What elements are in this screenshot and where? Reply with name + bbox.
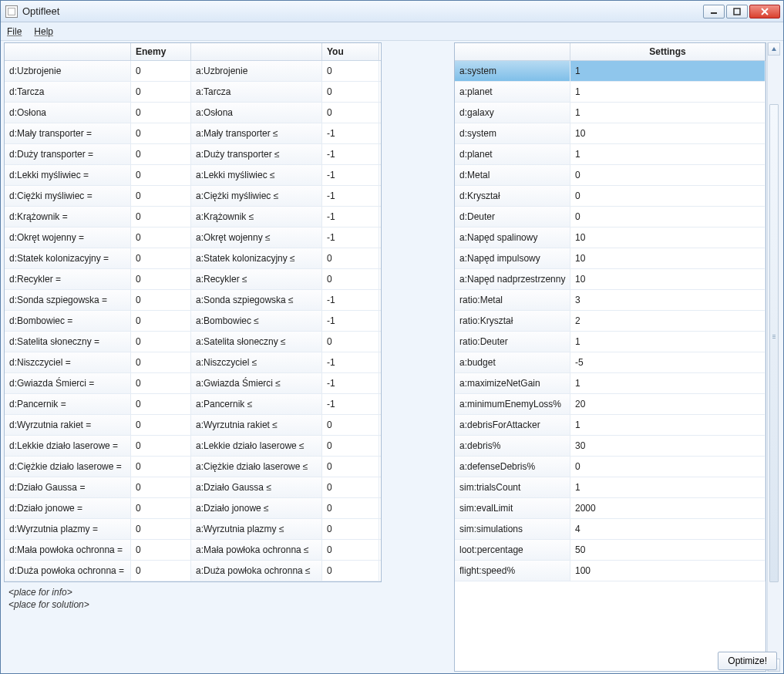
enemy-name-cell[interactable]: d:Mała powłoka ochronna = (5, 540, 131, 560)
you-name-cell[interactable]: a:Wyrzutnia rakiet ≤ (191, 415, 322, 435)
you-value-cell[interactable]: -1 (322, 144, 379, 164)
enemy-name-cell[interactable]: d:Mały transporter = (5, 123, 131, 143)
you-name-cell[interactable]: a:Mały transporter ≤ (191, 123, 322, 143)
settings-value-cell[interactable]: 1 (570, 103, 765, 123)
enemy-name-cell[interactable]: d:Tarcza (5, 82, 131, 102)
you-value-cell[interactable]: -1 (322, 394, 379, 414)
you-name-cell[interactable]: a:Wyrzutnia plazmy ≤ (191, 519, 322, 539)
table-row[interactable]: ratio:Metal3 (455, 290, 765, 311)
settings-key-cell[interactable]: ratio:Deuter (455, 332, 570, 352)
enemy-name-cell[interactable]: d:Lekkie działo laserowe = (5, 436, 131, 456)
you-name-cell[interactable]: a:Pancernik ≤ (191, 394, 322, 414)
enemy-value-cell[interactable]: 0 (131, 61, 191, 81)
table-row[interactable]: d:galaxy1 (455, 103, 765, 123)
col-enemy-name[interactable] (5, 43, 131, 60)
titlebar[interactable]: Optifleet (1, 1, 783, 22)
settings-value-cell[interactable]: 0 (570, 165, 765, 185)
you-name-cell[interactable]: a:Ciężkie działo laserowe ≤ (191, 457, 322, 477)
maximize-button[interactable] (726, 5, 748, 19)
you-name-cell[interactable]: a:Gwiazda Śmierci ≤ (191, 373, 322, 393)
settings-key-cell[interactable]: a:system (455, 61, 570, 81)
table-row[interactable]: d:Wyrzutnia rakiet =0a:Wyrzutnia rakiet … (5, 415, 381, 436)
enemy-value-cell[interactable]: 0 (131, 477, 191, 497)
close-button[interactable] (749, 5, 780, 19)
table-row[interactable]: d:Sonda szpiegowska =0a:Sonda szpiegowsk… (5, 290, 381, 311)
settings-value-cell[interactable]: 1 (570, 61, 765, 81)
table-row[interactable]: ratio:Deuter1 (455, 332, 765, 352)
table-row[interactable]: sim:simulations4 (455, 519, 765, 540)
you-value-cell[interactable]: 0 (322, 61, 379, 81)
settings-key-cell[interactable]: a:Napęd spalinowy (455, 227, 570, 248)
settings-value-cell[interactable]: 100 (570, 561, 765, 581)
settings-key-cell[interactable]: a:defenseDebris% (455, 457, 570, 477)
enemy-value-cell[interactable]: 0 (131, 103, 191, 123)
enemy-value-cell[interactable]: 0 (131, 269, 191, 289)
scroll-up-icon[interactable] (768, 42, 780, 56)
table-row[interactable]: d:Duży transporter =0a:Duży transporter … (5, 144, 381, 165)
settings-value-cell[interactable]: -5 (570, 352, 765, 372)
table-row[interactable]: d:Działo Gaussa =0a:Działo Gaussa ≤0 (5, 477, 381, 498)
table-row[interactable]: d:Działo jonowe =0a:Działo jonowe ≤0 (5, 498, 381, 519)
you-value-cell[interactable]: -1 (322, 186, 379, 206)
settings-value-cell[interactable]: 0 (570, 457, 765, 477)
optimize-button[interactable]: Optimize! (718, 652, 777, 670)
table-row[interactable]: a:Napęd spalinowy10 (455, 227, 765, 248)
you-name-cell[interactable]: a:Recykler ≤ (191, 269, 322, 289)
table-row[interactable]: a:minimumEnemyLoss%20 (455, 394, 765, 415)
enemy-name-cell[interactable]: d:Uzbrojenie (5, 61, 131, 81)
table-row[interactable]: d:Duża powłoka ochronna =0a:Duża powłoka… (5, 561, 381, 581)
table-row[interactable]: d:Okręt wojenny =0a:Okręt wojenny ≤-1 (5, 227, 381, 248)
settings-value-cell[interactable]: 1 (570, 82, 765, 102)
settings-value-cell[interactable]: 4 (570, 519, 765, 539)
menu-help[interactable]: Help (34, 26, 53, 37)
you-value-cell[interactable]: -1 (322, 373, 379, 393)
table-row[interactable]: loot:percentage50 (455, 540, 765, 561)
enemy-name-cell[interactable]: d:Recykler = (5, 269, 131, 289)
table-row[interactable]: flight:speed%100 (455, 561, 765, 581)
table-row[interactable]: sim:trialsCount1 (455, 477, 765, 498)
settings-key-cell[interactable]: d:Kryształ (455, 186, 570, 206)
settings-key-cell[interactable]: a:debris% (455, 436, 570, 456)
you-value-cell[interactable]: 0 (322, 561, 379, 581)
table-row[interactable]: a:maximizeNetGain1 (455, 373, 765, 394)
enemy-value-cell[interactable]: 0 (131, 457, 191, 477)
enemy-name-cell[interactable]: d:Sonda szpiegowska = (5, 290, 131, 310)
settings-key-cell[interactable]: d:system (455, 123, 570, 143)
enemy-name-cell[interactable]: d:Działo Gaussa = (5, 477, 131, 497)
table-row[interactable]: d:Uzbrojenie0a:Uzbrojenie0 (5, 61, 381, 82)
settings-value-cell[interactable]: 3 (570, 290, 765, 310)
enemy-name-cell[interactable]: d:Okręt wojenny = (5, 227, 131, 248)
enemy-value-cell[interactable]: 0 (131, 207, 191, 227)
you-value-cell[interactable]: -1 (322, 311, 379, 331)
settings-value-cell[interactable]: 2000 (570, 498, 765, 518)
table-row[interactable]: d:Statek kolonizacyjny =0a:Statek koloni… (5, 248, 381, 269)
table-row[interactable]: d:Niszczyciel =0a:Niszczyciel ≤-1 (5, 352, 381, 373)
settings-value-cell[interactable]: 1 (570, 373, 765, 393)
enemy-value-cell[interactable]: 0 (131, 498, 191, 518)
enemy-value-cell[interactable]: 0 (131, 123, 191, 143)
table-row[interactable]: d:Deuter0 (455, 207, 765, 227)
col-settings-value[interactable]: Settings (570, 43, 765, 60)
settings-key-cell[interactable]: d:planet (455, 144, 570, 164)
settings-key-cell[interactable]: sim:simulations (455, 519, 570, 539)
enemy-value-cell[interactable]: 0 (131, 248, 191, 268)
you-value-cell[interactable]: 0 (322, 519, 379, 539)
you-name-cell[interactable]: a:Działo jonowe ≤ (191, 498, 322, 518)
settings-value-cell[interactable]: 1 (570, 144, 765, 164)
settings-key-cell[interactable]: ratio:Kryształ (455, 311, 570, 331)
settings-value-cell[interactable]: 10 (570, 227, 765, 248)
settings-key-cell[interactable]: a:Napęd impulsowy (455, 248, 570, 268)
table-row[interactable]: d:Mała powłoka ochronna =0a:Mała powłoka… (5, 540, 381, 561)
settings-key-cell[interactable]: a:Napęd nadprzestrzenny (455, 269, 570, 289)
enemy-name-cell[interactable]: d:Satelita słoneczny = (5, 332, 131, 352)
enemy-value-cell[interactable]: 0 (131, 373, 191, 393)
table-row[interactable]: d:Wyrzutnia plazmy =0a:Wyrzutnia plazmy … (5, 519, 381, 540)
enemy-value-cell[interactable]: 0 (131, 144, 191, 164)
table-row[interactable]: d:Osłona0a:Osłona0 (5, 103, 381, 123)
enemy-name-cell[interactable]: d:Ciężki myśliwiec = (5, 186, 131, 206)
minimize-button[interactable] (703, 5, 725, 19)
enemy-value-cell[interactable]: 0 (131, 519, 191, 539)
table-row[interactable]: d:Lekki myśliwiec =0a:Lekki myśliwiec ≤-… (5, 165, 381, 186)
table-row[interactable]: d:Pancernik =0a:Pancernik ≤-1 (5, 394, 381, 415)
enemy-name-cell[interactable]: d:Niszczyciel = (5, 352, 131, 372)
